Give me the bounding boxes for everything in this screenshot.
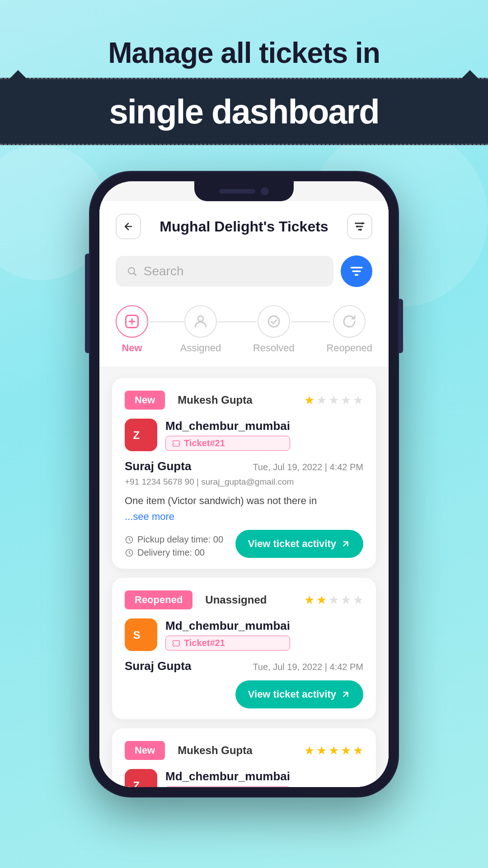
restaurant-row: S Md_chembur_mumbai Ticket#21 bbox=[125, 618, 363, 651]
clock-icon bbox=[125, 535, 134, 544]
reopened-icon bbox=[341, 313, 357, 330]
restaurant-name: Md_chembur_mumbai bbox=[165, 619, 290, 633]
star-rating: ★ ★ ★ ★ ★ bbox=[304, 593, 363, 607]
ticket-number: Ticket#21 bbox=[184, 438, 225, 448]
search-input[interactable]: Search bbox=[144, 264, 323, 278]
assignee-name: Unassigned bbox=[205, 594, 267, 606]
ticket-header-left: Reopened Unassigned bbox=[125, 590, 267, 609]
ticket-id-badge: Ticket#21 bbox=[165, 436, 290, 451]
ticket-number: Ticket#21 bbox=[184, 638, 225, 648]
camera bbox=[261, 187, 269, 195]
svg-point-5 bbox=[198, 316, 203, 321]
zomato-icon: Z bbox=[131, 775, 151, 787]
speaker bbox=[219, 189, 255, 193]
ticket-id-badge: Ticket#21 bbox=[165, 636, 290, 651]
svg-point-0 bbox=[356, 226, 358, 228]
ticket-header-left: New Mukesh Gupta bbox=[125, 741, 253, 760]
notch bbox=[194, 181, 294, 201]
star-4: ★ bbox=[341, 393, 351, 407]
tab-assigned-icon-circle bbox=[184, 305, 217, 338]
status-badge: Reopened bbox=[125, 590, 192, 609]
restaurant-name: Md_chembur_mumbai bbox=[165, 769, 290, 783]
star-rating: ★ ★ ★ ★ ★ bbox=[304, 393, 363, 407]
assigned-icon bbox=[192, 313, 209, 330]
customer-info: Suraj Gupta Tue, Jul 19, 2022 | 4:42 PM bbox=[125, 459, 363, 473]
ticket-footer: Pickup delay time: 00 Delivery time: 00 bbox=[125, 530, 363, 558]
tab-reopened[interactable]: Reopened bbox=[326, 305, 372, 354]
tab-reopened-icon-circle bbox=[333, 305, 366, 338]
search-section: Search bbox=[99, 248, 389, 298]
app-header: Mughal Delight's Tickets bbox=[99, 201, 389, 248]
tab-assigned[interactable]: Assigned bbox=[180, 305, 221, 354]
headline2: single dashboard bbox=[0, 92, 488, 131]
star-4: ★ bbox=[341, 744, 351, 758]
status-tabs: New Assigned bbox=[99, 298, 389, 367]
zomato-logo: Z bbox=[125, 419, 157, 451]
star-5: ★ bbox=[353, 593, 363, 607]
app-content: Mughal Delight's Tickets bbox=[99, 201, 389, 787]
tab-resolved[interactable]: Resolved bbox=[253, 305, 295, 354]
star-1: ★ bbox=[304, 593, 314, 607]
back-button[interactable] bbox=[116, 214, 141, 239]
swiggy-icon: S bbox=[131, 625, 151, 645]
ticket-card-header: Reopened Unassigned ★ ★ ★ ★ ★ bbox=[125, 590, 363, 609]
tab-assigned-label: Assigned bbox=[180, 342, 221, 354]
external-link-icon bbox=[341, 539, 351, 549]
tab-new-label: New bbox=[122, 342, 142, 354]
restaurant-info: Md_chembur_mumbai Ticket#21 bbox=[165, 619, 290, 651]
ticket-date: Tue, Jul 19, 2022 | 4:42 PM bbox=[253, 462, 363, 472]
delivery-time-text: Delivery time: 00 bbox=[137, 547, 205, 558]
svg-text:Z: Z bbox=[133, 779, 140, 787]
svg-point-2 bbox=[360, 229, 362, 231]
svg-text:S: S bbox=[133, 629, 140, 641]
filter-icon bbox=[353, 220, 366, 233]
back-arrow-icon bbox=[123, 221, 134, 232]
phone: Mughal Delight's Tickets bbox=[90, 172, 398, 796]
tab-new[interactable]: New bbox=[116, 305, 148, 354]
see-more-link[interactable]: ...see more bbox=[125, 511, 363, 523]
restaurant-row: Z Md_chembur_mumbai Ticket#21 bbox=[125, 419, 363, 451]
status-badge: New bbox=[125, 391, 165, 410]
customer-name: Suraj Gupta bbox=[125, 659, 191, 673]
star-4: ★ bbox=[341, 593, 351, 607]
new-ticket-icon bbox=[124, 313, 140, 330]
star-rating: ★ ★ ★ ★ ★ bbox=[304, 744, 363, 758]
resolved-icon bbox=[266, 313, 282, 330]
star-3: ★ bbox=[328, 744, 339, 758]
star-1: ★ bbox=[304, 393, 314, 407]
ticket-list: New Mukesh Gupta ★ ★ ★ ★ ★ bbox=[99, 367, 389, 787]
restaurant-row: Z Md_chembur_mumbai Ticket#21 bbox=[125, 769, 363, 787]
external-link-icon bbox=[341, 689, 351, 699]
settings-button[interactable] bbox=[347, 214, 372, 239]
timing-info: Pickup delay time: 00 Delivery time: 00 bbox=[125, 534, 223, 558]
zomato-logo: Z bbox=[125, 769, 157, 787]
svg-point-6 bbox=[268, 316, 279, 327]
ticket-card: Reopened Unassigned ★ ★ ★ ★ ★ bbox=[112, 578, 376, 719]
status-badge: New bbox=[125, 741, 165, 760]
assignee-name: Mukesh Gupta bbox=[178, 394, 252, 406]
page-title: Mughal Delight's Tickets bbox=[160, 218, 328, 235]
sort-filter-button[interactable] bbox=[341, 255, 372, 287]
star-3: ★ bbox=[328, 393, 339, 407]
search-icon bbox=[127, 265, 137, 277]
ticket-message: One item (Victor sandwich) was not there… bbox=[125, 493, 363, 508]
dark-banner: single dashboard bbox=[0, 78, 488, 145]
customer-info: Suraj Gupta Tue, Jul 19, 2022 | 4:42 PM bbox=[125, 659, 363, 673]
svg-point-1 bbox=[361, 222, 364, 225]
tab-resolved-label: Resolved bbox=[253, 342, 295, 354]
assignee-name: Mukesh Gupta bbox=[178, 744, 252, 757]
star-2: ★ bbox=[316, 744, 327, 758]
view-activity-label: View ticket activity bbox=[248, 538, 336, 550]
tab-resolved-icon-circle bbox=[258, 305, 290, 338]
svg-text:Z: Z bbox=[133, 429, 140, 441]
star-3: ★ bbox=[328, 593, 339, 607]
view-ticket-activity-button[interactable]: View ticket activity bbox=[235, 680, 363, 708]
search-bar[interactable]: Search bbox=[116, 256, 333, 287]
ticket-icon bbox=[172, 439, 180, 448]
headline1: Manage all tickets in bbox=[0, 36, 488, 70]
tab-new-icon-circle bbox=[116, 305, 148, 338]
star-1: ★ bbox=[304, 744, 314, 758]
pickup-delay: Pickup delay time: 00 bbox=[125, 534, 223, 545]
view-ticket-activity-button[interactable]: View ticket activity bbox=[235, 530, 363, 558]
tab-reopened-label: Reopened bbox=[326, 342, 372, 354]
